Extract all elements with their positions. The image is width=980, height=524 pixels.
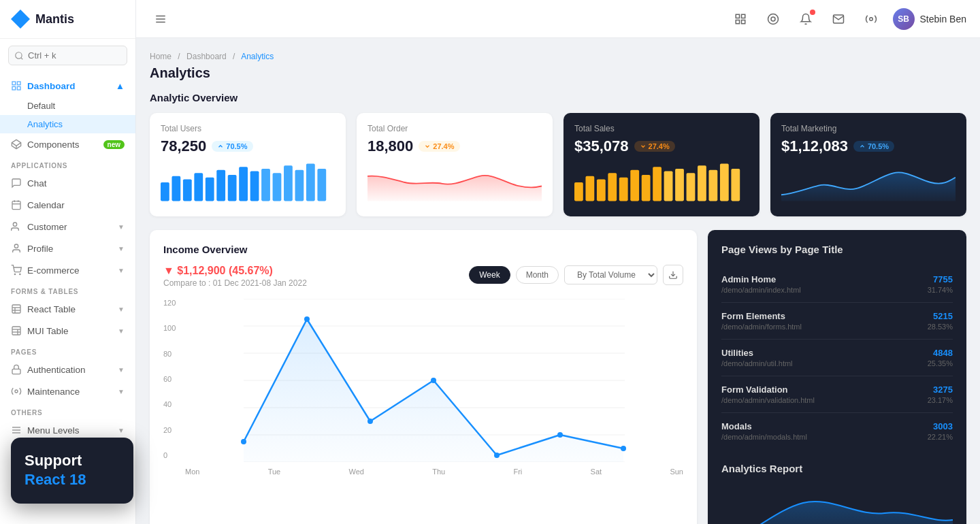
svg-rect-60 bbox=[675, 169, 684, 201]
sidebar-item-calendar[interactable]: Calendar bbox=[0, 194, 135, 216]
sidebar-item-label: Authentication bbox=[27, 365, 86, 375]
sidebar-item-mui-table[interactable]: MUI Table ▼ bbox=[0, 320, 135, 342]
sidebar-item-authentication[interactable]: Authentication ▼ bbox=[0, 359, 135, 380]
components-icon bbox=[11, 139, 22, 150]
sidebar-item-customer[interactable]: Customer ▼ bbox=[0, 216, 135, 238]
new-badge: new bbox=[103, 140, 125, 149]
svg-rect-63 bbox=[708, 170, 717, 201]
pv-count: 7755 bbox=[928, 274, 953, 284]
svg-rect-3 bbox=[17, 86, 20, 90]
svg-rect-2 bbox=[12, 86, 16, 90]
svg-point-12 bbox=[14, 274, 15, 274]
svg-rect-32 bbox=[736, 20, 739, 23]
sidebar-item-maintenance[interactable]: Maintenance ▼ bbox=[0, 380, 135, 402]
page-content: Home / Dashboard / Analytics Analytics A… bbox=[136, 38, 980, 524]
ecommerce-icon bbox=[11, 265, 22, 276]
settings-button[interactable] bbox=[860, 8, 882, 30]
avatar-name: Stebin Ben bbox=[920, 14, 967, 24]
stat-badge-orders: 27.4% bbox=[419, 141, 459, 152]
svg-rect-43 bbox=[239, 167, 248, 201]
pv-title: Admin Home bbox=[721, 274, 801, 284]
stat-badge-users: 70.5% bbox=[212, 141, 252, 152]
sidebar-logo[interactable]: Mantis bbox=[0, 0, 135, 39]
topbar-left bbox=[150, 8, 172, 30]
svg-rect-51 bbox=[574, 182, 583, 201]
table-icon bbox=[11, 304, 22, 314]
svg-point-75 bbox=[304, 316, 310, 322]
svg-rect-58 bbox=[653, 167, 662, 201]
income-section-title: Income Overview bbox=[163, 244, 683, 255]
svg-rect-61 bbox=[687, 173, 696, 201]
mail-button[interactable] bbox=[828, 8, 849, 30]
sidebar-item-label: Customer bbox=[27, 222, 67, 232]
svg-rect-64 bbox=[720, 164, 729, 201]
stat-card-orders: Total Order 18,800 27.4% bbox=[357, 113, 553, 216]
pv-count: 3003 bbox=[928, 421, 953, 431]
menu-icon bbox=[11, 425, 22, 436]
income-line-chart: 120 100 80 60 40 20 0 bbox=[163, 299, 683, 476]
search-input[interactable] bbox=[8, 46, 127, 65]
section-forms: Forms & Tables bbox=[0, 281, 135, 298]
stat-badge-marketing: 70.5% bbox=[853, 141, 894, 152]
volume-select[interactable]: By Total Volume bbox=[564, 265, 657, 284]
sidebar-item-label: Chat bbox=[27, 178, 47, 189]
auth-icon bbox=[11, 364, 22, 375]
main-two-col: Income Overview ▼ $1,12,900 (45.67%) Com… bbox=[150, 230, 966, 524]
svg-rect-38 bbox=[183, 179, 192, 201]
svg-rect-48 bbox=[295, 170, 304, 201]
pv-pct: 23.17% bbox=[928, 396, 953, 404]
marketing-area-chart bbox=[781, 162, 956, 203]
pv-url: /demo/admin/index.html bbox=[721, 286, 801, 294]
svg-point-35 bbox=[869, 17, 872, 20]
sidebar-item-components[interactable]: Components new bbox=[0, 133, 135, 155]
grid-icon bbox=[734, 13, 747, 25]
mail-icon bbox=[832, 13, 845, 25]
sidebar-item-label: Menu Levels bbox=[27, 425, 80, 436]
sidebar-item-label: Profile bbox=[27, 244, 53, 254]
month-button[interactable]: Month bbox=[516, 266, 559, 284]
sidebar-item-chat[interactable]: Chat bbox=[0, 172, 135, 194]
section-analytic-overview: Analytic Overview bbox=[150, 92, 966, 103]
user-circle-button[interactable] bbox=[762, 8, 784, 30]
sidebar-item-analytics[interactable]: Analytics bbox=[0, 115, 135, 133]
page-view-item: Form Elements /demo/admin/forms.html 521… bbox=[721, 303, 953, 340]
pv-url: /demo/admin/validation.html bbox=[721, 396, 815, 404]
svg-rect-52 bbox=[585, 176, 594, 201]
menu-toggle-button[interactable] bbox=[150, 8, 172, 30]
grid-view-button[interactable] bbox=[730, 8, 751, 30]
sidebar-item-label: E-commerce bbox=[27, 265, 80, 276]
svg-rect-54 bbox=[608, 173, 617, 201]
sales-bar-chart bbox=[574, 162, 749, 203]
pv-title: Modals bbox=[721, 421, 807, 431]
breadcrumb: Home / Dashboard / Analytics bbox=[150, 52, 966, 61]
section-others: Others bbox=[0, 402, 135, 419]
main-content: SB Stebin Ben Home / Dashboard / Analyti… bbox=[136, 0, 980, 524]
sidebar-item-ecommerce[interactable]: E-commerce ▼ bbox=[0, 259, 135, 281]
download-button[interactable] bbox=[663, 265, 683, 285]
svg-rect-39 bbox=[194, 173, 203, 201]
notification-button[interactable] bbox=[795, 8, 817, 30]
sidebar-item-dashboard[interactable]: Dashboard ▲ bbox=[0, 75, 135, 97]
logo-icon bbox=[11, 10, 30, 29]
pv-pct: 28.53% bbox=[928, 323, 953, 331]
sidebar-item-default[interactable]: Default bbox=[0, 97, 135, 115]
svg-rect-42 bbox=[228, 175, 237, 201]
pv-pct: 31.74% bbox=[928, 286, 953, 294]
pv-title: Form Validation bbox=[721, 384, 815, 395]
sidebar-item-react-table[interactable]: React Table ▼ bbox=[0, 298, 135, 320]
pv-count: 3275 bbox=[928, 384, 953, 395]
support-popup[interactable]: Support React 18 bbox=[11, 438, 133, 504]
pv-count: 5215 bbox=[928, 311, 953, 321]
sidebar-item-profile[interactable]: Profile ▼ bbox=[0, 238, 135, 259]
user-avatar[interactable]: SB Stebin Ben bbox=[893, 8, 967, 30]
svg-point-11 bbox=[14, 244, 18, 248]
svg-rect-18 bbox=[12, 327, 20, 335]
week-button[interactable]: Week bbox=[469, 266, 510, 284]
table2-icon bbox=[11, 325, 22, 336]
svg-point-77 bbox=[431, 378, 436, 383]
stat-label-sales: Total Sales bbox=[574, 124, 749, 133]
page-title: Analytics bbox=[150, 65, 966, 81]
svg-rect-50 bbox=[317, 169, 326, 201]
stat-card-sales: Total Sales $35,078 27.4% bbox=[564, 113, 760, 216]
stat-card-users: Total Users 78,250 70.5% bbox=[150, 113, 346, 216]
